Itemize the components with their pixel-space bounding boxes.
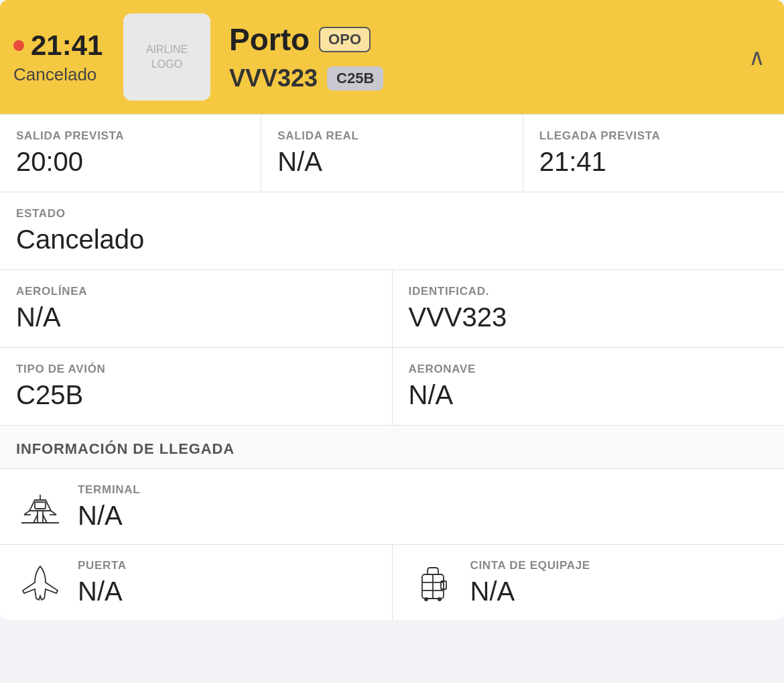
identificacion-label: IDENTIFICAD. xyxy=(409,285,769,298)
info-llegada-header: INFORMACIÓN DE LLEGADA xyxy=(0,425,784,469)
svg-line-6 xyxy=(51,511,56,515)
header-status-block: 21:41 Cancelado xyxy=(13,29,107,85)
aerolinea-col: AEROLÍNEA N/A xyxy=(0,270,392,347)
time-row: 21:41 xyxy=(13,29,107,62)
flight-card: 21:41 Cancelado AIRLINE LOGO Porto OPO V… xyxy=(0,0,784,620)
flight-row: VVV323 C25B xyxy=(229,64,383,92)
estado-value: Cancelado xyxy=(16,225,768,255)
terminal-label: TERMINAL xyxy=(78,483,140,497)
identificacion-value: VVV323 xyxy=(409,302,769,332)
salida-prevista-value: 20:00 xyxy=(16,147,245,177)
collapse-button[interactable]: ∧ xyxy=(748,44,765,70)
cinta-label: CINTA DE EQUIPAJE xyxy=(470,559,590,572)
svg-rect-0 xyxy=(38,511,43,523)
salida-real-value: N/A xyxy=(277,147,506,177)
salida-real-label: SALIDA REAL xyxy=(277,129,506,143)
llegada-prevista-value: 21:41 xyxy=(539,147,768,177)
estado-label: ESTADO xyxy=(16,207,768,221)
baggage-icon xyxy=(409,558,457,607)
header-status-label: Cancelado xyxy=(13,64,107,85)
aerolinea-section: AEROLÍNEA N/A IDENTIFICAD. VVV323 xyxy=(0,269,784,347)
aeronave-col: AERONAVE N/A xyxy=(392,348,785,425)
puerta-cinta-row: PUERTA N/A xyxy=(0,544,784,620)
header-time: 21:41 xyxy=(31,29,103,62)
tipo-avion-col: TIPO DE AVIÓN C25B xyxy=(0,348,392,425)
svg-point-15 xyxy=(424,597,428,601)
header-flight-info: Porto OPO VVV323 C25B xyxy=(229,21,383,92)
svg-line-4 xyxy=(24,511,29,515)
terminal-value: N/A xyxy=(78,501,140,531)
cinta-info: CINTA DE EQUIPAJE N/A xyxy=(470,559,590,607)
aerolinea-label: AEROLÍNEA xyxy=(16,285,376,298)
tipo-avion-label: TIPO DE AVIÓN xyxy=(16,363,376,376)
identificacion-col: IDENTIFICAD. VVV323 xyxy=(392,270,785,347)
tipo-avion-section: TIPO DE AVIÓN C25B AERONAVE N/A xyxy=(0,347,784,425)
estado-section: ESTADO Cancelado xyxy=(0,192,784,269)
llegada-prevista-label: LLEGADA PREVISTA xyxy=(539,129,768,143)
svg-line-9 xyxy=(34,515,38,523)
aircraft-type-badge: C25B xyxy=(327,66,383,90)
airport-tower-icon xyxy=(19,485,62,528)
tipo-avion-value: C25B xyxy=(16,380,376,410)
terminal-info: TERMINAL N/A xyxy=(78,483,140,531)
destination-name: Porto xyxy=(229,21,310,58)
svg-rect-2 xyxy=(35,502,46,509)
terminal-row: TERMINAL N/A xyxy=(0,469,784,544)
aeronave-value: N/A xyxy=(409,380,769,410)
svg-point-16 xyxy=(438,597,442,601)
salida-prevista-col: SALIDA PREVISTA 20:00 xyxy=(0,115,261,192)
terminal-icon xyxy=(16,483,64,531)
plane-icon xyxy=(16,558,64,607)
airport-code-badge: OPO xyxy=(319,27,371,52)
airplane-icon xyxy=(19,561,62,604)
airline-logo-text: AIRLINE LOGO xyxy=(146,42,188,72)
flight-header: 21:41 Cancelado AIRLINE LOGO Porto OPO V… xyxy=(0,0,784,114)
luggage-icon xyxy=(411,561,454,604)
cinta-half: CINTA DE EQUIPAJE N/A xyxy=(392,545,785,620)
aerolinea-value: N/A xyxy=(16,302,376,332)
salida-prevista-label: SALIDA PREVISTA xyxy=(16,129,245,143)
airline-logo: AIRLINE LOGO xyxy=(123,13,210,101)
cinta-value: N/A xyxy=(470,576,590,607)
aeronave-label: AERONAVE xyxy=(409,363,769,376)
times-section: SALIDA PREVISTA 20:00 SALIDA REAL N/A LL… xyxy=(0,114,784,192)
puerta-label: PUERTA xyxy=(78,559,127,572)
salida-real-col: SALIDA REAL N/A xyxy=(261,115,522,192)
status-dot xyxy=(13,40,24,51)
puerta-info: PUERTA N/A xyxy=(78,559,127,607)
llegada-prevista-col: LLEGADA PREVISTA 21:41 xyxy=(523,115,784,192)
info-llegada-title: INFORMACIÓN DE LLEGADA xyxy=(16,440,235,457)
puerta-half: PUERTA N/A xyxy=(0,545,392,620)
flight-number: VVV323 xyxy=(229,64,318,92)
destination-row: Porto OPO xyxy=(229,21,383,58)
puerta-value: N/A xyxy=(78,576,127,607)
